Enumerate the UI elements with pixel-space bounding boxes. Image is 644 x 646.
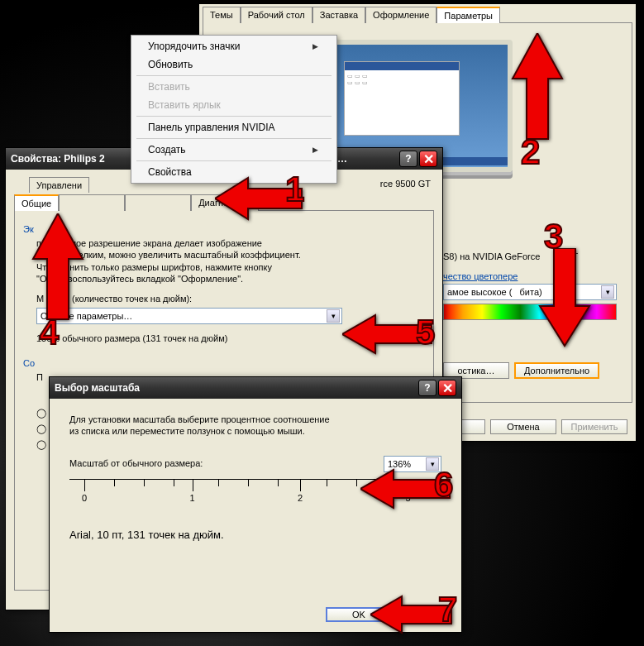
chevron-down-icon: ▾ bbox=[601, 285, 614, 299]
tab-diagnostics[interactable]: Диагностика bbox=[191, 194, 259, 211]
ctx-arrange-icons[interactable]: Упорядочить значки▶ bbox=[133, 37, 335, 55]
display-tabstrip: Темы Рабочий стол Заставка Оформление Па… bbox=[199, 6, 636, 22]
font-sample: Arial, 10 пт, 131 точек на дюйм. bbox=[69, 529, 441, 543]
submenu-arrow-icon: ▶ bbox=[312, 146, 318, 154]
dpi-label: М аб (количество точек на дюйм): bbox=[36, 293, 425, 304]
scale-titlebar: Выбор масштаба ? ✕ bbox=[50, 377, 461, 399]
tab-monitor[interactable] bbox=[125, 194, 191, 211]
cancel-button[interactable]: Отмена bbox=[490, 419, 556, 434]
advanced-button[interactable]: Дополнительно bbox=[514, 362, 599, 379]
gpu-label: rce 9500 GT bbox=[374, 176, 437, 192]
section-compat: Со bbox=[23, 358, 425, 368]
chevron-down-icon: ▾ bbox=[327, 309, 340, 323]
help-button[interactable]: ? bbox=[399, 151, 417, 167]
scale-ruler[interactable]: 0 1 2 3 bbox=[69, 479, 441, 512]
scale-dialog: Выбор масштаба ? ✕ Для установки масштаб… bbox=[49, 376, 462, 633]
tab-themes[interactable]: Темы bbox=[203, 7, 241, 23]
ctx-paste: Вставить bbox=[133, 78, 335, 96]
close-button[interactable]: ✕ bbox=[419, 151, 437, 167]
close-button[interactable]: ✕ bbox=[438, 380, 456, 396]
dpi-dropdown[interactable]: Особые параметры… ▾ bbox=[36, 308, 342, 324]
section-display: Эк bbox=[23, 224, 425, 234]
color-quality-dropdown[interactable]: амое высокое ( бита) ▾ bbox=[443, 284, 617, 300]
dpi-result: 136% обычного размера (131 точек на дюйм… bbox=[36, 333, 425, 344]
help-button[interactable]: ? bbox=[418, 380, 436, 396]
monitor-label: S8) на NVIDIA GeForce 00 GT bbox=[443, 251, 578, 261]
ctx-separator bbox=[136, 116, 332, 117]
tab-settings[interactable]: Параметры bbox=[436, 7, 500, 23]
dpi-explanation: пользуемое разрешение экрана делает изоб… bbox=[36, 237, 425, 285]
chevron-down-icon: ▾ bbox=[426, 457, 439, 471]
ctx-paste-shortcut: Вставить ярлык bbox=[133, 96, 335, 114]
scale-cancel-button[interactable]: мена bbox=[397, 607, 446, 622]
ctx-new[interactable]: Создать▶ bbox=[133, 141, 335, 159]
tab-manage[interactable]: Управлени bbox=[29, 177, 89, 193]
monitor-preview-window: ▭ ▭ ▭▭ ▭ ▭ bbox=[344, 61, 460, 136]
ctx-nvidia-panel[interactable]: Панель управления NVIDIA bbox=[133, 118, 335, 136]
scale-title: Выбор масштаба bbox=[55, 382, 418, 394]
color-spectrum bbox=[443, 304, 617, 320]
scale-instructions: Для установки масштаба выберите процентн… bbox=[69, 414, 441, 438]
ctx-separator bbox=[136, 160, 332, 161]
scale-dropdown[interactable]: 136% ▾ bbox=[384, 456, 441, 472]
scale-ok-button[interactable]: OK bbox=[326, 607, 392, 622]
scale-label: Масштаб от обычного размера: bbox=[69, 457, 203, 469]
ctx-refresh[interactable]: Обновить bbox=[133, 55, 335, 74]
color-quality-label: чество цветопере bbox=[443, 271, 617, 281]
apply-button: Применить bbox=[561, 419, 627, 434]
tab-screensaver[interactable]: Заставка bbox=[312, 7, 365, 23]
ctx-separator bbox=[136, 75, 332, 76]
adv-tabstrip-row1: Управлени rce 9500 GT bbox=[26, 176, 437, 192]
submenu-arrow-icon: ▶ bbox=[312, 42, 318, 50]
tab-general[interactable]: Общие bbox=[14, 194, 59, 211]
adv-tabstrip-row2: Общие Диагностика bbox=[11, 194, 437, 210]
tab-appearance[interactable]: Оформление bbox=[365, 7, 436, 23]
desktop-context-menu[interactable]: Упорядочить значки▶ Обновить Вставить Вс… bbox=[131, 35, 337, 184]
tab-adapter[interactable] bbox=[59, 194, 125, 211]
ctx-separator bbox=[136, 138, 332, 139]
tab-desktop[interactable]: Рабочий стол bbox=[241, 7, 312, 23]
